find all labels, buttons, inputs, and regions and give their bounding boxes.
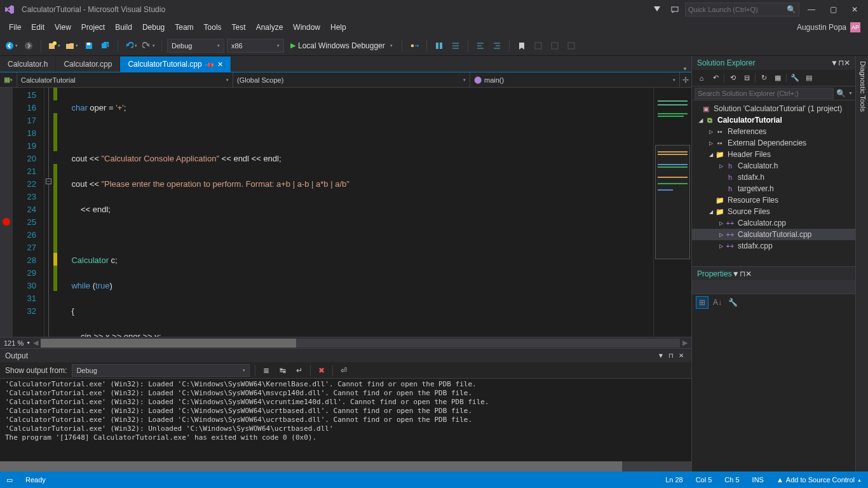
menu-debug[interactable]: Debug xyxy=(137,20,170,34)
se-preview-icon[interactable]: ▤ xyxy=(803,72,815,84)
start-debugging-button[interactable]: ▶Local Windows Debugger▾ xyxy=(287,39,397,53)
tab-dropdown-icon[interactable]: ▼ xyxy=(679,66,691,72)
se-pin-icon[interactable]: ⊓ xyxy=(838,58,844,67)
breakpoint-margin[interactable] xyxy=(0,88,13,337)
properties-combo[interactable] xyxy=(692,280,855,294)
props-dropdown-icon[interactable]: ▼ xyxy=(732,269,740,278)
save-all-button[interactable] xyxy=(98,39,112,53)
se-showfiles-icon[interactable]: ▦ xyxy=(772,72,783,84)
tb-icon-1[interactable] xyxy=(432,39,446,53)
output-body[interactable]: 'CalculatorTutorial.exe' (Win32): Loaded… xyxy=(0,379,691,461)
tree-calculator-cpp[interactable]: ▷++Calculator.cpp xyxy=(692,217,855,229)
output-h-scrollbar[interactable] xyxy=(0,461,691,471)
menu-file[interactable]: File xyxy=(4,20,26,34)
menu-project[interactable]: Project xyxy=(76,20,110,34)
close-button[interactable]: ✕ xyxy=(845,2,864,17)
zoom-level[interactable]: 121 % xyxy=(4,339,24,347)
nav-member[interactable]: ⬤main() xyxy=(470,72,680,87)
code-area[interactable]: char oper = '+'; cout << "Calculator Con… xyxy=(57,88,653,337)
nav-fwd-button[interactable] xyxy=(22,39,36,53)
menu-tools[interactable]: Tools xyxy=(199,20,227,34)
prop-alpha-icon[interactable]: A↓ xyxy=(711,296,724,309)
split-icon[interactable]: ✢ xyxy=(680,72,691,87)
user-account[interactable]: Augustin Popa AP xyxy=(797,22,864,32)
tree-header-files[interactable]: ◢📁Header Files xyxy=(692,149,855,160)
minimap[interactable] xyxy=(653,88,691,337)
bookmark-button[interactable] xyxy=(515,39,529,53)
tree-project[interactable]: ◢⧉CalculatorTutorial xyxy=(692,114,855,126)
tab-calculator-h[interactable]: Calculator.h xyxy=(0,57,56,72)
nav-type-icon[interactable]: ▦ xyxy=(0,72,17,87)
comment-button[interactable] xyxy=(473,39,487,53)
menu-test[interactable]: Test xyxy=(227,20,251,34)
props-pin-icon[interactable]: ⊓ xyxy=(740,269,745,278)
menu-build[interactable]: Build xyxy=(110,20,137,34)
pin-icon[interactable]: 📌 xyxy=(205,59,215,69)
code-editor[interactable]: 151617181920212223242526272829303132 − c… xyxy=(0,88,691,337)
output-pin-icon[interactable]: ⊓ xyxy=(666,352,676,359)
close-tab-icon[interactable]: ✕ xyxy=(217,60,223,69)
nav-project[interactable]: CalculatorTutorial xyxy=(17,72,233,87)
tb-icon-3[interactable] xyxy=(531,39,545,53)
se-search[interactable]: 🔍 ▼ xyxy=(692,86,855,100)
tb-icon-2[interactable] xyxy=(449,39,463,53)
prop-pages-icon[interactable]: 🔧 xyxy=(726,296,739,309)
se-sync-icon[interactable]: ⟲ xyxy=(727,72,738,84)
tree-source-files[interactable]: ◢📁Source Files xyxy=(692,206,855,217)
output-icon-2[interactable]: ↹ xyxy=(277,365,288,376)
tree-stdafx-cpp[interactable]: ▷++stdafx.cpp xyxy=(692,240,855,252)
redo-button[interactable] xyxy=(141,39,156,53)
nav-scope[interactable]: (Global Scope) xyxy=(233,72,470,87)
menu-window[interactable]: Window xyxy=(288,20,325,34)
solution-tree[interactable]: ▣Solution 'CalculatorTutorial' (1 projec… xyxy=(692,100,855,266)
fold-margin[interactable]: − xyxy=(44,88,53,337)
se-properties-icon[interactable]: 🔧 xyxy=(789,72,801,84)
menu-view[interactable]: View xyxy=(50,20,76,34)
new-project-button[interactable] xyxy=(46,39,62,53)
h-scrollbar[interactable] xyxy=(41,339,680,348)
step-button[interactable] xyxy=(407,39,421,53)
minimize-button[interactable]: — xyxy=(802,2,821,17)
quick-launch[interactable]: 🔍 xyxy=(685,3,799,17)
se-search-input[interactable] xyxy=(695,88,834,99)
uncomment-button[interactable] xyxy=(490,39,504,53)
output-clear-icon[interactable]: ✖ xyxy=(316,365,327,376)
open-file-button[interactable] xyxy=(64,39,79,53)
tab-calculator-cpp[interactable]: Calculator.cpp xyxy=(56,57,120,72)
undo-button[interactable] xyxy=(123,39,139,53)
se-collapse-icon[interactable]: ⊟ xyxy=(741,72,752,84)
se-refresh-icon[interactable]: ↻ xyxy=(758,72,770,84)
tree-calculator-h[interactable]: ▷hCalculator.h xyxy=(692,160,855,172)
se-search-dropdown-icon[interactable]: ▼ xyxy=(848,91,853,95)
fold-toggle[interactable]: − xyxy=(46,179,51,184)
feedback-icon[interactable] xyxy=(667,2,682,17)
tree-references[interactable]: ▷▪▪References xyxy=(692,126,855,137)
output-icon-3[interactable]: ↵ xyxy=(294,365,305,376)
tb-icon-4[interactable] xyxy=(548,39,562,53)
output-close-icon[interactable]: ✕ xyxy=(676,352,686,359)
menu-edit[interactable]: Edit xyxy=(26,20,50,34)
output-wrap-icon[interactable]: ⏎ xyxy=(338,365,349,376)
quick-launch-input[interactable] xyxy=(688,6,787,13)
config-dropdown[interactable]: Debug xyxy=(167,39,224,53)
se-home-icon[interactable]: ⌂ xyxy=(696,72,707,84)
tree-solution[interactable]: ▣Solution 'CalculatorTutorial' (1 projec… xyxy=(692,103,855,114)
diagnostic-tools-tab[interactable]: Diagnostic Tools xyxy=(855,56,868,471)
tree-stdafx-h[interactable]: hstdafx.h xyxy=(692,172,855,183)
save-button[interactable] xyxy=(82,39,96,53)
prop-categorized-icon[interactable]: ⊞ xyxy=(696,296,709,309)
maximize-button[interactable]: ▢ xyxy=(824,2,843,17)
platform-dropdown[interactable]: x86 xyxy=(227,39,284,53)
output-dropdown-icon[interactable]: ▼ xyxy=(656,352,666,359)
zoom-dropdown-icon[interactable]: ▼ xyxy=(26,341,31,345)
status-source-control[interactable]: ▲Add to Source Control▲ xyxy=(776,476,862,484)
tree-targetver-h[interactable]: htargetver.h xyxy=(692,183,855,194)
output-from-dropdown[interactable]: Debug xyxy=(72,364,250,377)
output-icon-1[interactable]: ≣ xyxy=(261,365,272,376)
menu-help[interactable]: Help xyxy=(325,20,351,34)
breakpoint-icon[interactable] xyxy=(3,218,10,226)
tb-icon-5[interactable] xyxy=(564,39,578,53)
se-close-icon[interactable]: ✕ xyxy=(844,58,850,67)
tree-resource-files[interactable]: 📁Resource Files xyxy=(692,194,855,206)
tree-calculatortutorial-cpp[interactable]: ▷++CalculatorTutorial.cpp xyxy=(692,229,855,240)
